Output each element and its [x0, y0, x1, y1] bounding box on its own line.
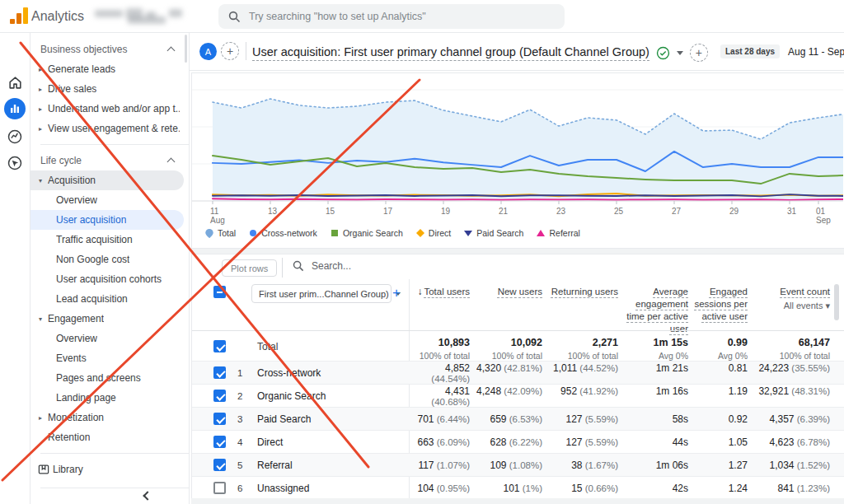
- explore-icon[interactable]: [4, 126, 26, 147]
- analytics-logo-icon[interactable]: [10, 7, 28, 24]
- sidebar-item-pages-and-screens[interactable]: Pages and screens: [30, 368, 184, 388]
- column-header-new-users[interactable]: New users: [475, 286, 547, 335]
- sidebar-item-understand-web-and-or-app-t[interactable]: ▸Understand web and/or app t...: [30, 99, 184, 119]
- column-header-event-count[interactable]: Event countAll events ▾: [753, 286, 835, 335]
- sidebar-item-landing-page[interactable]: Landing page: [30, 388, 184, 408]
- sidebar-item-events[interactable]: Events: [30, 348, 184, 368]
- sidebar-divider: [40, 453, 189, 454]
- legend-item-direct[interactable]: Direct: [416, 228, 451, 238]
- report-title[interactable]: User acquisition: First user primary cha…: [252, 45, 649, 61]
- column-header-average-engagement-time-per-active-user[interactable]: Average engagement time per active user: [623, 286, 693, 335]
- avatar[interactable]: A: [199, 43, 217, 60]
- advertising-icon[interactable]: [4, 152, 26, 174]
- table-search-input[interactable]: Search...: [293, 260, 351, 272]
- sidebar-item-lead-acquisition[interactable]: Lead acquisition: [30, 289, 184, 309]
- row-checkbox[interactable]: [213, 459, 226, 471]
- date-range-chip[interactable]: Last 28 days: [720, 44, 780, 58]
- sidebar-item-non-google-cost[interactable]: Non Google cost: [30, 250, 184, 269]
- collapse-chevron-icon: [167, 158, 176, 166]
- chevron-right-icon[interactable]: ▸: [35, 66, 45, 73]
- collapse-sidebar-icon[interactable]: [143, 491, 152, 500]
- channel-name[interactable]: Referral: [257, 460, 293, 471]
- select-all-checkbox[interactable]: [213, 286, 226, 298]
- channel-name[interactable]: Paid Search: [257, 413, 311, 425]
- total-cell: 10,092100% of total: [475, 337, 547, 361]
- row-checkbox[interactable]: [213, 482, 226, 494]
- sidebar-item-monetization[interactable]: ▸Monetization: [30, 408, 184, 427]
- metric-cell: 4,431 (40.68%): [409, 385, 475, 407]
- sidebar-item-generate-leads[interactable]: ▸Generate leads: [30, 59, 184, 79]
- sidebar-item-overview[interactable]: Overview: [30, 329, 184, 348]
- table-row-organic-search[interactable]: 2Organic Search4,431 (40.68%)4,248 (42.0…: [192, 384, 844, 407]
- sidebar-item-label: Understand web and/or app t...: [48, 103, 180, 114]
- row-checkbox[interactable]: [213, 413, 226, 425]
- chevron-right-icon[interactable]: ▸: [35, 125, 45, 133]
- row-checkbox[interactable]: [213, 436, 226, 448]
- table-row-paid-search[interactable]: 3Paid Search701 (6.44%)659 (6.53%)127 (5…: [192, 407, 844, 430]
- search-icon: [228, 11, 241, 23]
- row-checkbox[interactable]: [213, 390, 226, 402]
- metric-cell: 1.27: [693, 460, 753, 471]
- sidebar-item-traffic-acquisition[interactable]: Traffic acquisition: [30, 230, 184, 250]
- plot-rows-button[interactable]: Plot rows: [222, 259, 277, 277]
- table-scrollbar[interactable]: [834, 284, 839, 320]
- sidebar-item-label: Overview: [56, 194, 97, 206]
- section-business-objectives[interactable]: Business objectives: [30, 40, 189, 59]
- add-report-button[interactable]: +: [690, 44, 708, 62]
- sidebar-item-retention[interactable]: Retention: [30, 427, 184, 447]
- event-filter-dropdown[interactable]: All events ▾: [753, 301, 830, 311]
- table-row-direct[interactable]: 4Direct663 (6.09%)628 (6.22%)127 (5.59%)…: [192, 430, 844, 453]
- column-header-total-users[interactable]: ↓Total users: [409, 286, 475, 335]
- dimension-dropdown[interactable]: First user prim...Channel Group): [251, 284, 392, 303]
- redacted-account-name: [95, 7, 194, 26]
- column-header-engaged-sessions-per-active-user[interactable]: Engaged sessions per active user: [693, 286, 753, 335]
- channel-name[interactable]: Cross-network: [257, 367, 321, 379]
- sidebar-item-view-user-engagement-rete[interactable]: ▸View user engagement & rete...: [30, 119, 184, 138]
- chevron-down-icon[interactable]: [677, 51, 683, 55]
- date-range-text[interactable]: Aug 11 - Sep 7: [788, 46, 844, 58]
- legend-item-total[interactable]: Total: [205, 228, 236, 238]
- library-icon: [38, 464, 49, 475]
- add-dimension-button[interactable]: +: [392, 286, 401, 300]
- sidebar-item-label: User acquisition: [56, 214, 126, 226]
- sidebar-item-library[interactable]: Library: [30, 460, 189, 479]
- svg-text:31: 31: [787, 207, 797, 216]
- metric-cell: 701 (6.44%): [409, 413, 475, 425]
- table-row-unassigned[interactable]: 6Unassigned104 (0.95%)101 (1%)15 (0.66%)…: [192, 476, 844, 499]
- channel-name[interactable]: Unassigned: [257, 483, 309, 494]
- svg-text:13: 13: [268, 207, 278, 216]
- sidebar-item-user-acquisition-cohorts[interactable]: User acquisition cohorts: [30, 269, 184, 289]
- legend-item-organic-search[interactable]: Organic Search: [331, 228, 403, 238]
- metric-cell: 1.05: [693, 436, 753, 448]
- sidebar-item-acquisition[interactable]: ▾Acquisition: [30, 170, 184, 190]
- table-row-referral[interactable]: 5Referral117 (1.07%)109 (1.08%)38 (1.67%…: [192, 453, 844, 476]
- sidebar-item-user-acquisition[interactable]: User acquisition: [30, 210, 184, 230]
- chevron-down-icon[interactable]: ▾: [35, 177, 45, 184]
- global-search-input[interactable]: Try searching "how to set up Analytics": [218, 4, 565, 29]
- reports-icon[interactable]: [4, 98, 26, 119]
- table-row-cross-network[interactable]: 1Cross-network4,852 (44.54%)4,320 (42.81…: [192, 361, 844, 384]
- chevron-right-icon[interactable]: ▸: [35, 414, 45, 422]
- chevron-right-icon[interactable]: ▸: [35, 105, 45, 113]
- section-life-cycle[interactable]: Life cycle: [30, 151, 189, 170]
- legend-item-cross-network[interactable]: Cross-network: [249, 228, 317, 238]
- legend-item-referral[interactable]: Referral: [537, 228, 579, 238]
- column-header-returning-users[interactable]: Returning users: [547, 286, 623, 335]
- chevron-down-icon[interactable]: ▾: [35, 315, 45, 323]
- channel-name[interactable]: Organic Search: [257, 390, 326, 402]
- table-search-placeholder: Search...: [312, 260, 351, 272]
- chevron-right-icon[interactable]: ▸: [35, 86, 45, 93]
- total-cell: 0.99Avg 0%: [693, 337, 753, 361]
- sidebar-item-overview[interactable]: Overview: [30, 190, 184, 210]
- sidebar-item-engagement[interactable]: ▾Engagement: [30, 309, 184, 329]
- sidebar-item-drive-sales[interactable]: ▸Drive sales: [30, 79, 184, 99]
- row-checkbox[interactable]: [213, 366, 226, 379]
- timeseries-chart[interactable]: 11Aug1315171921232527293101Sep: [192, 73, 843, 225]
- total-checkbox[interactable]: [213, 340, 226, 352]
- add-comparison-button[interactable]: +: [221, 42, 239, 60]
- bottom-strip: [191, 498, 844, 504]
- verified-check-icon[interactable]: [656, 46, 670, 60]
- home-icon[interactable]: [4, 72, 26, 93]
- legend-item-paid-search[interactable]: Paid Search: [464, 228, 523, 238]
- channel-name[interactable]: Direct: [257, 436, 283, 448]
